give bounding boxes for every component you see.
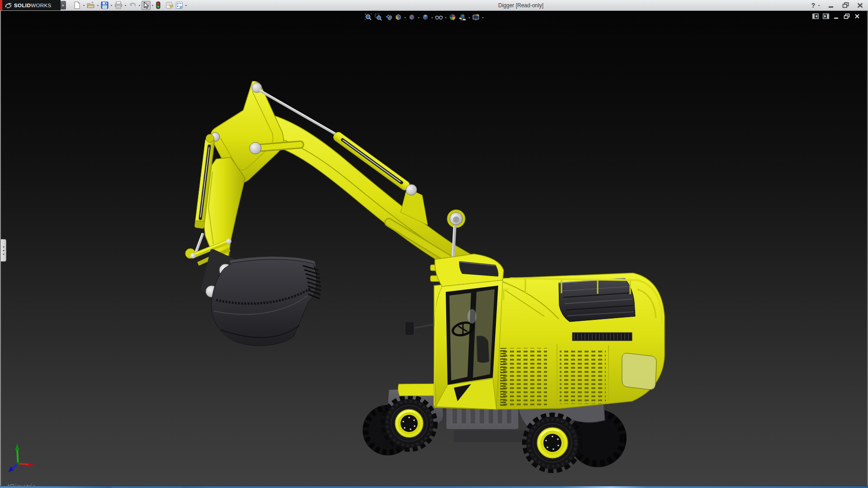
close-document-button[interactable] (854, 13, 861, 19)
close-document-icon (854, 14, 860, 19)
taskbar-edge[interactable] (0, 486, 868, 488)
open-document-caret[interactable]: ▾ (96, 4, 100, 7)
view-settings-button[interactable] (471, 13, 481, 22)
title-bar: SOLIDWORKS ▸ ▾ ▾ (0, 0, 868, 11)
hide-show-items-icon (435, 14, 443, 21)
graphics-viewport[interactable]: ▾ ▾ ▾ (0, 10, 868, 488)
solidworks-window: ▾ ▾ ▾ (0, 0, 868, 488)
print-button[interactable] (113, 1, 123, 10)
main-toolbar: ▾ ▾ ▾ (72, 0, 188, 10)
headsup-view-toolbar: ▾ ▾ ▾ (363, 12, 485, 22)
save-button[interactable] (100, 1, 109, 10)
zoom-to-fit-icon (365, 14, 372, 21)
select-cursor-icon (142, 2, 150, 9)
hide-show-items-button[interactable] (434, 13, 444, 22)
section-view-icon (395, 14, 402, 21)
options-caret[interactable]: ▾ (184, 4, 188, 7)
minimize-window-button[interactable] (826, 1, 835, 9)
apply-scene-caret[interactable]: ▾ (467, 16, 471, 19)
section-view-caret[interactable]: ▾ (403, 16, 407, 19)
view-settings-icon (472, 14, 480, 21)
minimize-document-icon (834, 14, 839, 19)
view-orientation-button[interactable] (407, 13, 417, 22)
rebuild-traffic-light-icon (156, 1, 161, 9)
save-caret[interactable]: ▾ (109, 4, 113, 7)
toggle-left-pane-button[interactable] (812, 13, 819, 19)
apply-scene-icon (459, 14, 466, 21)
window-title: Digger [Read-only] (498, 2, 543, 9)
previous-view-icon (385, 14, 392, 21)
feature-panel-splitter[interactable]: ◂ ◂ ◂ (1, 239, 6, 262)
help-button[interactable]: ? (811, 2, 815, 9)
splitter-arrow-icon: ◂ (3, 253, 4, 255)
splitter-arrow-icon: ◂ (3, 245, 4, 248)
menu-flyout-button[interactable]: ▸ (61, 1, 66, 9)
edit-appearance-button[interactable] (448, 13, 458, 22)
save-icon (101, 1, 108, 9)
new-document-button[interactable] (72, 1, 82, 10)
view-orientation-icon (408, 14, 415, 21)
toggle-left-pane-icon (812, 14, 819, 19)
excavator-model[interactable] (1, 10, 867, 488)
zoom-to-area-button[interactable] (373, 13, 383, 22)
window-controls: ? ▾ (811, 0, 864, 10)
options-icon (175, 1, 183, 9)
help-caret[interactable]: ▾ (817, 4, 821, 7)
toggle-right-pane-button[interactable] (822, 13, 830, 19)
zoom-to-fit-button[interactable] (363, 13, 373, 22)
open-document-icon (87, 1, 95, 9)
print-caret[interactable]: ▾ (123, 4, 127, 7)
select-button[interactable] (142, 1, 151, 10)
apply-scene-button[interactable] (458, 13, 467, 22)
minimize-document-button[interactable] (833, 13, 840, 19)
display-style-caret[interactable]: ▾ (430, 16, 434, 19)
zoom-to-area-icon (375, 14, 382, 21)
restore-window-icon (842, 2, 849, 8)
restore-document-icon (844, 14, 850, 19)
restore-document-button[interactable] (843, 13, 850, 19)
splitter-arrow-icon: ◂ (3, 249, 4, 252)
boom-cylinder (259, 89, 428, 225)
edit-appearance-icon (449, 14, 456, 21)
display-style-button[interactable] (420, 13, 430, 22)
undo-caret[interactable]: ▾ (137, 4, 142, 7)
print-icon (114, 1, 123, 9)
file-properties-button[interactable] (165, 1, 175, 10)
minimize-window-icon (828, 3, 834, 8)
document-window-controls (812, 13, 861, 19)
undo-button[interactable] (127, 1, 137, 10)
orientation-triad (8, 444, 35, 472)
solidworks-logo-icon (5, 2, 12, 9)
section-view-button[interactable] (393, 13, 403, 22)
view-settings-caret[interactable]: ▾ (481, 16, 485, 19)
close-window-icon (857, 3, 863, 8)
new-document-caret[interactable]: ▾ (82, 4, 86, 7)
rebuild-button[interactable] (155, 1, 162, 10)
file-properties-icon (165, 1, 174, 9)
boom-arm (253, 111, 476, 273)
brand-text: SOLIDWORKS (14, 3, 52, 8)
restore-window-button[interactable] (841, 1, 850, 9)
hide-show-items-caret[interactable]: ▾ (444, 16, 448, 19)
select-caret[interactable]: ▾ (151, 4, 155, 7)
solidworks-logo[interactable]: SOLIDWORKS (2, 0, 61, 10)
bucket (212, 257, 321, 346)
toggle-right-pane-icon (823, 14, 829, 19)
undo-icon (128, 1, 137, 9)
open-document-button[interactable] (86, 1, 96, 10)
new-document-icon (73, 1, 81, 9)
options-button[interactable] (175, 1, 184, 10)
previous-view-button[interactable] (383, 13, 393, 22)
view-orientation-caret[interactable]: ▾ (417, 16, 420, 19)
display-style-icon (422, 14, 429, 21)
close-window-button[interactable] (855, 1, 864, 9)
